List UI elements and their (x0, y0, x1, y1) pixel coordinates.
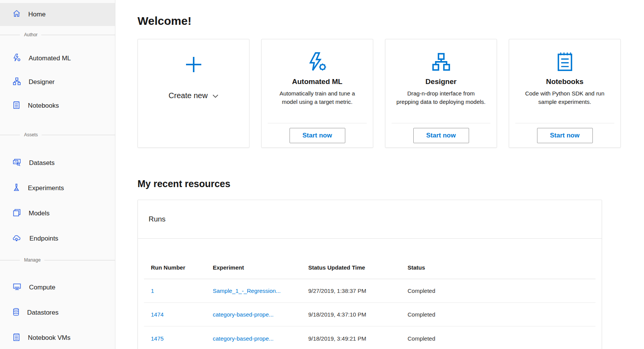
sidebar-item-label: Datasets (29, 159, 55, 167)
datastores-icon (13, 308, 19, 318)
automated-ml-icon (13, 53, 21, 64)
endpoints-icon (13, 234, 22, 244)
runs-table-header: Run Number Experiment Status Updated Tim… (144, 256, 595, 279)
sidebar-section-assets: Assets (0, 131, 115, 139)
sidebar-item-automated-ml[interactable]: Automated ML (0, 47, 115, 70)
automated-ml-card: Automated ML Automatically train and tun… (261, 39, 373, 148)
experiment-link[interactable]: Sample_1_-_Regression... (213, 288, 281, 294)
card-title: Notebooks (546, 78, 583, 86)
run-number-link[interactable]: 1 (151, 288, 154, 294)
card-description: Code with Python SDK and run sample expe… (509, 89, 620, 106)
quick-start-cards: Create new Automate (138, 39, 644, 148)
run-number-link[interactable]: 1475 (151, 335, 163, 342)
table-row: 1475 category-based-prope... 9/18/2019, … (144, 326, 595, 349)
designer-start-now-button[interactable]: Start now (413, 128, 469, 143)
table-row: 1 Sample_1_-_Regression... 9/27/2019, 1:… (144, 279, 595, 303)
runs-table: Run Number Experiment Status Updated Tim… (144, 256, 595, 349)
sidebar-item-label: Datastores (27, 309, 58, 317)
notebooks-start-now-button[interactable]: Start now (537, 128, 593, 143)
sidebar-section-author: Author (0, 31, 115, 39)
card-title: Designer (426, 78, 456, 86)
run-number-link[interactable]: 1474 (151, 311, 163, 318)
compute-icon (13, 283, 21, 292)
sidebar-item-notebook-vms[interactable]: Notebook VMs (0, 325, 115, 349)
sidebar-item-datastores[interactable]: Datastores (0, 300, 115, 325)
page-title: Welcome! (138, 15, 644, 27)
sidebar-item-endpoints[interactable]: Endpoints (0, 226, 115, 251)
sidebar-item-home[interactable]: Home (0, 3, 115, 26)
column-header-status[interactable]: Status (408, 264, 595, 271)
tab-runs[interactable]: Runs (149, 215, 165, 223)
sidebar-item-label: Home (28, 11, 45, 18)
designer-card: Designer Drag-n-drop interface from prep… (385, 39, 497, 148)
sidebar-item-datasets[interactable]: Datasets (0, 150, 115, 176)
status-value: Completed (408, 288, 595, 294)
notebooks-icon (13, 101, 20, 111)
card-description: Automatically train and tune a model usi… (262, 89, 373, 106)
card-title: Automated ML (292, 78, 343, 86)
column-header-run-number[interactable]: Run Number (144, 264, 213, 271)
status-value: Completed (408, 335, 595, 342)
status-updated-time: 9/27/2019, 1:38:37 PM (308, 288, 408, 294)
sidebar-item-notebooks[interactable]: Notebooks (0, 94, 115, 118)
experiment-link[interactable]: category-based-prope... (213, 335, 273, 342)
notebook-vms-icon (13, 333, 20, 343)
notebooks-icon (555, 50, 574, 74)
sidebar-item-designer[interactable]: Designer (0, 70, 115, 94)
recent-resources-title: My recent resources (138, 178, 644, 189)
status-value: Completed (408, 311, 595, 318)
home-icon (13, 10, 21, 19)
panel-tab-row: Runs (138, 200, 602, 239)
sidebar: Home Author Automated ML Desig (0, 0, 115, 349)
sidebar-item-compute[interactable]: Compute (0, 275, 115, 300)
card-description: Drag-n-drop interface from prepping data… (385, 89, 497, 106)
sidebar-item-experiments[interactable]: Experiments (0, 176, 115, 201)
status-updated-time: 9/18/2019, 4:37:10 PM (308, 311, 408, 318)
notebooks-card: Notebooks Code with Python SDK and run s… (509, 39, 621, 148)
sidebar-item-label: Models (29, 210, 50, 217)
datasets-icon (13, 158, 21, 168)
sidebar-item-label: Endpoints (29, 235, 58, 242)
sidebar-item-label: Automated ML (29, 55, 71, 62)
experiments-icon (13, 183, 20, 194)
designer-icon (431, 50, 451, 74)
chevron-down-icon (212, 91, 218, 100)
sidebar-section-manage: Manage (0, 256, 115, 264)
sidebar-item-label: Designer (29, 78, 55, 86)
designer-icon (13, 77, 21, 87)
models-icon (13, 208, 21, 219)
main-content: Welcome! Create new (115, 0, 644, 349)
sidebar-item-label: Notebook VMs (28, 334, 71, 342)
sidebar-item-label: Notebooks (28, 102, 59, 110)
automated-ml-start-now-button[interactable]: Start now (290, 128, 345, 143)
experiment-link[interactable]: category-based-prope... (213, 311, 273, 318)
sidebar-item-models[interactable]: Models (0, 201, 115, 226)
plus-icon (184, 55, 203, 75)
app-window: Home Author Automated ML Desig (0, 0, 644, 349)
create-new-label: Create new (168, 91, 207, 100)
sidebar-item-label: Compute (29, 284, 55, 291)
column-header-status-updated-time[interactable]: Status Updated Time (308, 264, 408, 271)
column-header-experiment[interactable]: Experiment (213, 264, 308, 271)
sidebar-item-label: Experiments (28, 184, 64, 192)
status-updated-time: 9/18/2019, 3:49:21 PM (308, 335, 408, 342)
automated-ml-icon (307, 50, 328, 74)
recent-resources-panel: Runs Run Number Experiment Status Update… (138, 200, 602, 349)
table-row: 1474 category-based-prope... 9/18/2019, … (144, 303, 595, 326)
create-new-card[interactable]: Create new (138, 39, 249, 148)
